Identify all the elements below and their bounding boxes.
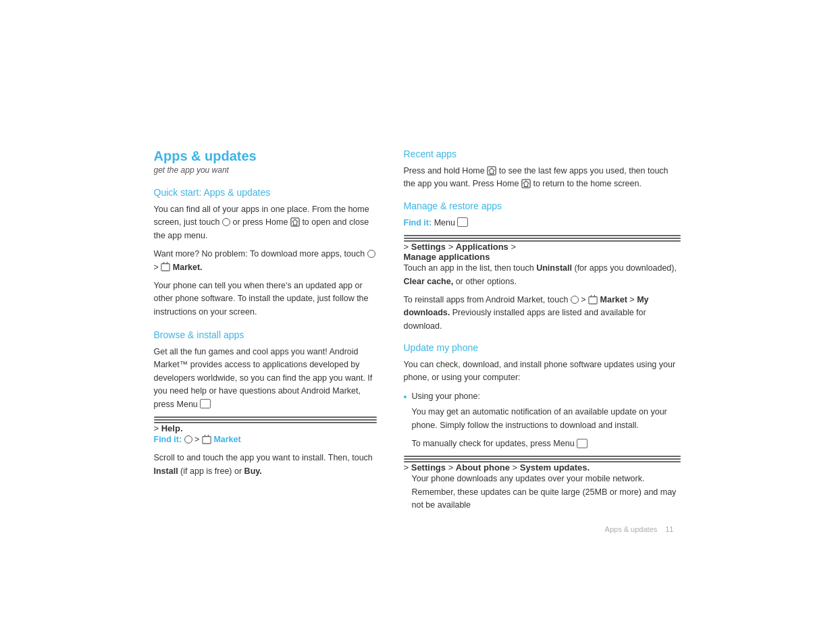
update-sub3: Your phone downloads any updates over yo…: [404, 473, 681, 512]
page-footer: Apps & updates 11: [404, 525, 681, 533]
menu-line-b: [404, 238, 681, 239]
quick-start-p2: Want more? No problem: To download more …: [154, 248, 377, 274]
menu-line-3: [154, 422, 377, 423]
manage-section: Manage & restore apps Find it: Menu > Se…: [404, 200, 681, 333]
menu-line-2: [154, 419, 377, 421]
update-line-1: [404, 456, 681, 457]
find-it-line: Find it: > Market: [154, 433, 377, 446]
svg-rect-5: [589, 296, 597, 304]
page-container: Apps & updates get the app you want Quic…: [0, 0, 834, 644]
home-icon: [290, 217, 300, 227]
update-bullet-item: Using your phone:: [404, 390, 681, 403]
browse-heading: Browse & install apps: [154, 329, 377, 340]
home-icon-right: [487, 166, 496, 176]
quick-start-p3: Your phone can tell you when there's an …: [154, 279, 377, 319]
browse-p2: Scroll to and touch the app you want to …: [154, 452, 377, 478]
menu-icon-inner: [154, 417, 377, 423]
menu-icon-update: [577, 439, 588, 448]
menu-icon-manage: [457, 217, 468, 227]
update-heading: Update my phone: [404, 342, 681, 353]
recent-section: Recent apps Press and hold Home to see t…: [404, 149, 681, 191]
recent-heading: Recent apps: [404, 149, 681, 159]
circle-icon-3: [184, 435, 192, 444]
browse-p1: Get all the fun games and cool apps you …: [154, 346, 377, 411]
menu-line-a: [404, 235, 681, 236]
manage-p2: To reinstall apps from Android Market, t…: [404, 294, 681, 333]
circle-icon-manage: [571, 296, 579, 304]
home-icon-right-2: [521, 179, 531, 188]
menu-icon: [200, 399, 211, 408]
content-wrapper: Apps & updates get the app you want Quic…: [154, 149, 681, 533]
market-icon-2: [202, 435, 211, 444]
update-section: Update my phone You can check, download,…: [404, 342, 681, 512]
footer-label: Apps & updates: [605, 525, 658, 533]
market-icon-manage: [588, 295, 598, 304]
menu-icon-inner-update: [404, 456, 681, 462]
update-line-2: [404, 458, 681, 460]
update-p1: You can check, download, and install pho…: [404, 358, 681, 385]
manage-heading: Manage & restore apps: [404, 200, 681, 211]
menu-icon-inner-manage: [404, 235, 681, 242]
recent-p1: Press and hold Home to see the last few …: [404, 165, 681, 191]
svg-rect-1: [161, 264, 170, 271]
update-sub1: You may get an automatic notification of…: [404, 406, 681, 432]
footer-page: 11: [665, 525, 673, 533]
menu-line-1: [154, 417, 377, 418]
update-bullet-list: Using your phone:: [404, 390, 681, 403]
left-column: Apps & updates get the app you want Quic…: [154, 149, 377, 533]
manage-find-line: Find it: Menu: [404, 217, 681, 230]
page-subtitle: get the app you want: [154, 165, 377, 175]
right-column: Recent apps Press and hold Home to see t…: [404, 149, 681, 533]
circle-icon-2: [367, 250, 375, 258]
page-title: Apps & updates: [154, 149, 377, 164]
quick-start-heading: Quick start: Apps & updates: [154, 187, 377, 198]
market-icon: [161, 262, 170, 271]
circle-icon: [222, 218, 230, 226]
svg-rect-2: [203, 436, 211, 444]
quick-start-p1: You can find all of your apps in one pla…: [154, 203, 377, 242]
update-sub2: To manually check for updates, press Men…: [404, 437, 681, 450]
manage-p1: Touch an app in the list, then touch Uni…: [404, 262, 681, 288]
